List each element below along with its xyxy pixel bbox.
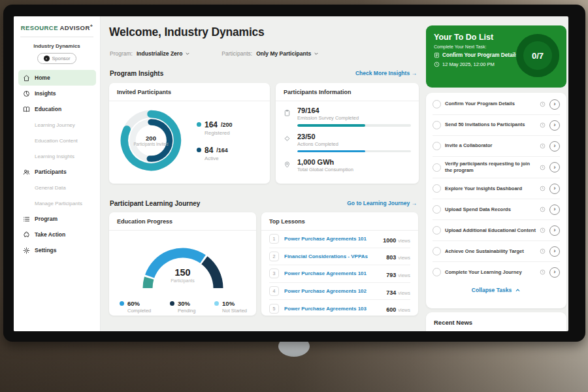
card-title: Participants Information (276, 83, 419, 101)
sidebar-item-learning-insights[interactable]: Learning Insights (18, 148, 96, 164)
task-row: Explore Your Insights Dashboard › (433, 178, 560, 199)
sidebar-item-manage-participants[interactable]: Manage Participants (18, 195, 96, 211)
legend-dot-completed (120, 301, 124, 306)
task-checkbox[interactable] (433, 184, 441, 193)
logo-secondary: ADVISOR+ (60, 24, 93, 31)
rank-badge: 4 (269, 286, 279, 296)
main-content: Welcome, Industry Dynamics Program: Indu… (101, 16, 568, 331)
actions-icon (284, 133, 292, 153)
task-open-button[interactable]: › (549, 246, 560, 257)
task-checkbox[interactable] (433, 205, 441, 214)
lesson-link[interactable]: Financial Considerations - VPPAs (284, 253, 381, 259)
task-open-button[interactable]: › (549, 225, 560, 236)
chevron-down-icon (185, 51, 190, 56)
card-title: Education Progress (109, 212, 256, 231)
donut-legend: 164/200 Registered 84/164 Active (197, 120, 233, 161)
recent-news-card: Recent News (426, 312, 566, 331)
sidebar-item-program[interactable]: Program (18, 211, 96, 227)
logo-primary: RESOURCE (21, 24, 58, 31)
sidebar-item-home[interactable]: Home (18, 70, 96, 86)
participants-information-card: Participants Information 79/164 Emission… (276, 83, 419, 184)
logo-divider (20, 37, 93, 37)
clock-icon (540, 248, 546, 254)
sidebar-item-take-action[interactable]: Take Action (18, 227, 96, 242)
lesson-link[interactable]: Power Purchase Agreements 101 (284, 270, 381, 276)
lesson-row: 1 Power Purchase Agreements 101 1000view… (269, 231, 410, 248)
lesson-row: 4 Power Purchase Agreements 102 734views (269, 283, 410, 301)
sidebar-item-settings[interactable]: Settings (18, 242, 96, 258)
task-checkbox[interactable] (433, 121, 441, 129)
lesson-link[interactable]: Power Purchase Agreements 103 (284, 306, 381, 312)
legend-dot-pending (170, 301, 174, 306)
lesson-link[interactable]: Power Purchase Agreements 102 (284, 288, 381, 294)
clock-icon (540, 101, 546, 107)
location-pin-icon (284, 158, 292, 172)
lesson-link[interactable]: Power Purchase Agreements 101 (284, 236, 378, 242)
task-row: Complete Your Learning Journey › (433, 262, 560, 282)
program-filter-label: Program: (110, 50, 133, 57)
clock-icon (540, 165, 546, 171)
actions-completed-row: 23/50 Actions Completed (284, 133, 411, 153)
go-to-learning-journey-link[interactable]: Go to Learning Journey → (347, 200, 417, 206)
sidebar-item-insights[interactable]: Insights (18, 86, 96, 101)
task-open-button[interactable]: › (549, 204, 560, 215)
recent-news-title: Recent News (434, 319, 559, 326)
gear-icon (23, 247, 30, 254)
rank-badge: 3 (269, 269, 279, 278)
clock-icon (540, 269, 546, 275)
page-title: Welcome, Industry Dynamics (109, 25, 265, 39)
card-title: Top Lessons (261, 212, 418, 231)
sidebar-item-learning-journey[interactable]: Learning Journey (18, 117, 96, 133)
gauge-center-label: 150 Participants (157, 267, 209, 283)
education-progress-gauge-chart: 150 Participants (134, 237, 232, 295)
donut-center-label: 200 Participants Invited (132, 135, 170, 147)
task-checkbox[interactable] (433, 226, 441, 235)
lesson-row: 3 Power Purchase Agreements 101 793views (269, 265, 410, 283)
task-checkbox[interactable] (433, 100, 441, 108)
actions-progress-bar (297, 150, 411, 153)
rank-badge: 1 (269, 234, 279, 244)
check-more-insights-link[interactable]: Check More Insights → (355, 70, 417, 76)
sidebar-nav: Home Insights Education Learning Journey… (14, 70, 101, 258)
task-checkbox[interactable] (433, 247, 441, 255)
task-open-button[interactable]: › (549, 162, 560, 172)
legend-dot-not-started (214, 301, 219, 306)
rank-badge: 2 (269, 252, 279, 261)
program-insights-heading: Program Insights (110, 70, 163, 77)
sidebar-item-education[interactable]: Education (18, 101, 96, 117)
task-open-button[interactable]: › (549, 99, 560, 110)
consumption-row: 1,000 GWh Total Global Consumption (284, 158, 411, 172)
program-filter-dropdown[interactable]: Industrialize Zero (137, 50, 190, 57)
insights-icon (23, 90, 30, 97)
todo-progress-ring: 0/7 (516, 34, 559, 77)
task-row: Send 50 Invitations to Participants › (433, 115, 560, 136)
clock-icon (540, 206, 546, 212)
sidebar-item-education-content[interactable]: Education Content (18, 133, 96, 148)
document-icon (434, 52, 440, 58)
sponsor-badge[interactable]: Sponsor (37, 53, 76, 64)
task-row: Verify participants requesting to join t… (433, 157, 560, 178)
people-icon (23, 169, 30, 176)
legend-not-started: 10% Not Started (214, 300, 247, 314)
book-icon (23, 106, 30, 113)
task-open-button[interactable]: › (549, 267, 560, 278)
task-open-button[interactable]: › (549, 120, 560, 131)
task-row: Confirm Your Program Details › (433, 94, 560, 115)
task-open-button[interactable]: › (549, 141, 560, 152)
sidebar-item-general-data[interactable]: General Data (18, 180, 96, 195)
task-open-button[interactable]: › (549, 184, 560, 194)
emission-survey-row: 79/164 Emission Survey Completed (284, 106, 411, 127)
task-checkbox[interactable] (433, 163, 441, 172)
collapse-tasks-button[interactable]: Collapse Tasks (433, 282, 560, 296)
invited-participants-donut-chart: 200 Participants Invited (116, 105, 186, 176)
monitor-bezel: RESOURCE ADVISOR+ Industry Dynamics Spon… (3, 5, 585, 342)
participants-filter-dropdown[interactable]: Only My Participants (256, 50, 319, 57)
legend-active: 84/164 Active (197, 146, 233, 161)
sidebar-item-participants[interactable]: Participants (18, 164, 96, 180)
legend-pending: 30% Pending (170, 300, 196, 314)
arrow-right-icon: → (412, 70, 417, 76)
task-checkbox[interactable] (433, 142, 441, 150)
task-checkbox[interactable] (433, 268, 441, 276)
task-row: Upload Spend Data Records › (433, 199, 560, 220)
education-progress-card: Education Progress 150 Participants 60% … (109, 212, 256, 316)
